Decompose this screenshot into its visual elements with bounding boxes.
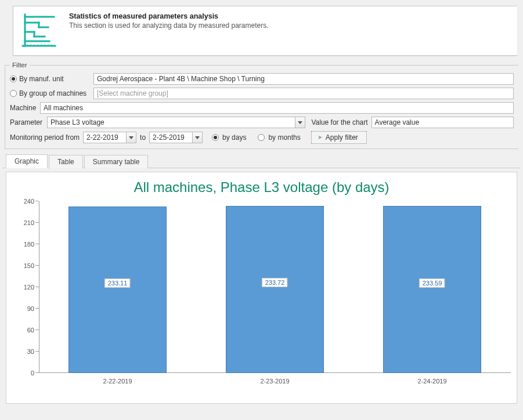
header-title: Statistics of measured parameters analys…: [69, 12, 269, 20]
bar[interactable]: 233.11: [68, 207, 166, 374]
chart-title: All machines, Phase L3 voltage (by days): [10, 179, 513, 195]
chart-panel: All machines, Phase L3 voltage (by days)…: [5, 172, 518, 404]
chart-card: All machines, Phase L3 voltage (by days)…: [6, 172, 517, 404]
machine-label: Machine: [10, 104, 37, 112]
header-text: Statistics of measured parameters analys…: [69, 12, 269, 30]
result-tabs: Graphic Table Summary table: [2, 154, 521, 168]
bar-slot: 233.11: [39, 201, 196, 373]
x-tick-label: 2-24-2019: [354, 378, 511, 385]
group-input[interactable]: [Select machine group]: [93, 88, 514, 99]
radio-by-months[interactable]: [258, 134, 265, 141]
chevron-down-icon[interactable]: [295, 117, 305, 128]
bar-value-label: 233.72: [262, 278, 288, 287]
date-to-picker[interactable]: 2-25-2019: [149, 132, 203, 143]
radio-by-unit[interactable]: [10, 75, 17, 82]
chevron-down-icon[interactable]: [192, 132, 202, 143]
bar-chart: 0306090120150180210240 233.11233.72233.5…: [39, 201, 511, 381]
radio-by-months-label: by months: [268, 133, 300, 142]
date-from-picker[interactable]: 2-22-2019: [83, 132, 136, 143]
x-tick-label: 2-23-2019: [196, 378, 354, 385]
app-panel: Statistics of measured parameters analys…: [2, 6, 521, 404]
bar-value-label: 233.11: [105, 278, 131, 288]
analysis-icon: [21, 12, 59, 49]
to-label: to: [140, 133, 146, 142]
value-for-chart-label: Value for the chart: [311, 118, 367, 126]
y-tick-label: 0: [31, 370, 34, 376]
bar[interactable]: 233.59: [383, 206, 481, 373]
tab-graphic[interactable]: Graphic: [6, 154, 48, 168]
parameter-select[interactable]: Phase L3 voltage: [47, 117, 305, 128]
y-tick-label: 90: [27, 305, 34, 312]
radio-by-unit-label: By manuf. unit: [19, 75, 64, 83]
y-tick-label: 150: [24, 262, 34, 269]
y-tick-label: 180: [24, 241, 34, 248]
bar-slot: 233.72: [196, 201, 354, 373]
y-tick-label: 120: [24, 284, 34, 291]
bars-container: 233.11233.72233.59: [39, 201, 511, 373]
y-tick-label: 210: [24, 219, 34, 226]
apply-filter-label: Apply filter: [326, 133, 358, 142]
y-tick-label: 60: [27, 327, 34, 334]
bar-slot: 233.59: [354, 201, 511, 373]
filter-legend: Filter: [10, 61, 30, 68]
y-tick-label: 30: [27, 348, 34, 355]
radio-by-days-label: by days: [222, 133, 246, 142]
value-for-chart-input[interactable]: Average value: [371, 117, 514, 128]
radio-by-group-label: By group of machines: [19, 89, 86, 97]
tab-summary[interactable]: Summary table: [84, 155, 149, 168]
header-description: This section is used for analyzing data …: [69, 21, 269, 30]
unit-input[interactable]: Godrej Aerospace - Plant 4B \ Machine Sh…: [93, 73, 514, 85]
bar[interactable]: 233.72: [226, 206, 323, 373]
bar-value-label: 233.59: [420, 278, 445, 288]
machine-input[interactable]: All machines: [40, 102, 514, 114]
section-header: Statistics of measured parameters analys…: [13, 6, 517, 56]
tab-table[interactable]: Table: [49, 155, 83, 168]
chevron-down-icon[interactable]: [126, 132, 136, 143]
date-from-value: 2-22-2019: [86, 132, 118, 143]
apply-filter-button[interactable]: ➤ Apply filter: [311, 131, 367, 144]
parameter-value: Phase L3 voltage: [51, 117, 104, 128]
monitoring-from-label: Monitoring period from: [10, 133, 80, 142]
y-axis: 0306090120150180210240: [10, 201, 39, 373]
filter-group: Filter By manuf. unit Godrej Aerospace -…: [5, 61, 518, 149]
radio-by-group[interactable]: [10, 90, 17, 97]
radio-by-days[interactable]: [212, 134, 219, 141]
date-to-value: 2-25-2019: [153, 132, 185, 143]
y-tick-label: 240: [24, 198, 34, 205]
apply-icon: ➤: [318, 134, 322, 140]
x-axis: 2-22-20192-23-20192-24-2019: [39, 378, 511, 385]
parameter-label: Parameter: [10, 118, 44, 126]
x-tick-label: 2-22-2019: [39, 378, 196, 385]
